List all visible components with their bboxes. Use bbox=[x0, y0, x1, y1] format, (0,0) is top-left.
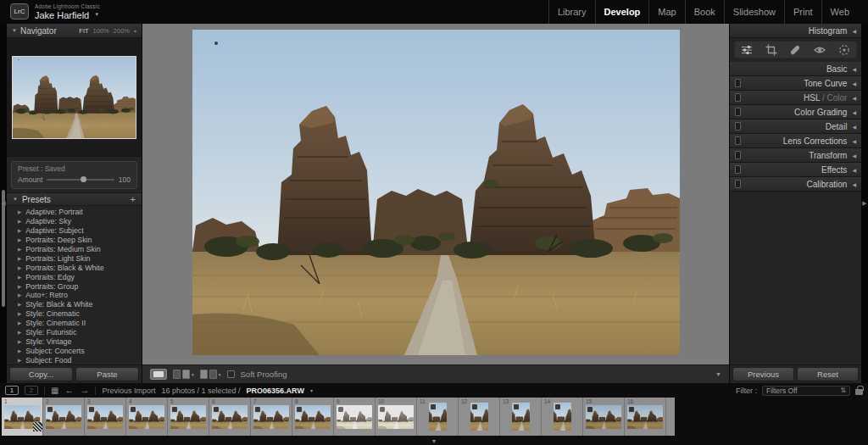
previous-photo-icon[interactable]: ← bbox=[64, 386, 74, 395]
presets-collapse-icon[interactable]: ▼ bbox=[13, 197, 18, 202]
panel-header[interactable]: Detail ◀ bbox=[730, 120, 861, 134]
panel-header[interactable]: Lens Corrections ◀ bbox=[730, 134, 861, 148]
filter-dropdown[interactable]: Filters Off ⇅ bbox=[762, 386, 850, 396]
amount-slider-knob[interactable] bbox=[81, 176, 86, 182]
preset-group-row[interactable]: ▶ Subject: Food bbox=[18, 355, 142, 364]
filmstrip-thumbnail[interactable]: 5 bbox=[168, 398, 209, 436]
filmstrip-thumbnail[interactable]: 8 bbox=[292, 398, 334, 436]
primary-monitor-button[interactable]: 1 bbox=[5, 386, 19, 395]
filmstrip-thumbnail[interactable]: 11 bbox=[417, 398, 459, 436]
caret-down-icon[interactable]: ▾ bbox=[219, 372, 221, 377]
preset-group-row[interactable]: ▶ Portraits: Deep Skin bbox=[18, 236, 142, 245]
module-tab[interactable]: Book bbox=[685, 0, 724, 24]
panel-header[interactable]: Basic ◀ bbox=[730, 62, 861, 76]
expand-arrow-icon[interactable]: ▶ bbox=[18, 348, 21, 353]
zoom-fit-button[interactable]: FIT bbox=[79, 27, 88, 35]
expand-arrow-icon[interactable]: ▶ bbox=[18, 320, 21, 325]
filename-caret-icon[interactable]: ▾ bbox=[310, 387, 313, 393]
zoom-200-button[interactable]: 200% bbox=[114, 27, 130, 35]
navigator-collapse-icon[interactable]: ▼ bbox=[12, 28, 17, 33]
expand-arrow-icon[interactable]: ▶ bbox=[18, 265, 21, 270]
expand-arrow-icon[interactable]: ▶ bbox=[18, 237, 21, 242]
filmstrip-thumbnail[interactable]: 7 bbox=[251, 398, 292, 436]
module-tab[interactable]: Slideshow bbox=[724, 0, 784, 24]
account-caret-icon[interactable]: ▼ bbox=[94, 12, 99, 18]
filmstrip-thumbnail[interactable]: 1 bbox=[2, 398, 43, 436]
collapse-filmstrip-icon[interactable]: ▼ bbox=[431, 438, 437, 445]
main-photo[interactable] bbox=[192, 30, 680, 355]
filmstrip-thumbnail[interactable]: 9 bbox=[334, 398, 376, 436]
preset-group-row[interactable]: ▶ Adaptive: Sky bbox=[18, 217, 142, 226]
preset-group-row[interactable]: ▶ Subject: Concerts bbox=[18, 346, 142, 355]
panel-toggle-switch[interactable] bbox=[735, 151, 741, 159]
module-tab[interactable]: Library bbox=[548, 0, 595, 24]
expand-arrow-icon[interactable]: ▶ bbox=[18, 209, 21, 214]
collapse-triangle-icon[interactable]: ◀ bbox=[852, 124, 856, 130]
before-after-split-button[interactable]: ▾ bbox=[200, 370, 221, 379]
preset-group-row[interactable]: ▶ Portraits: Light Skin bbox=[18, 253, 142, 263]
preset-group-row[interactable]: ▶ Adaptive: Portrait bbox=[18, 208, 142, 217]
panel-header[interactable]: Tone Curve ◀ bbox=[730, 76, 861, 91]
filmstrip-thumbnail[interactable]: 2 bbox=[43, 398, 85, 436]
panel-toggle-switch[interactable] bbox=[735, 180, 741, 188]
filmstrip-filename[interactable]: PRO06356.ARW bbox=[247, 387, 304, 395]
caret-down-icon[interactable]: ▾ bbox=[192, 372, 194, 377]
collapse-triangle-icon[interactable]: ◀ bbox=[852, 167, 856, 173]
panel-header[interactable]: Color Grading ◀ bbox=[730, 105, 861, 120]
zoom-caret-icon[interactable]: ▾ bbox=[134, 28, 136, 34]
panel-toggle-switch[interactable] bbox=[735, 93, 741, 102]
collapse-triangle-icon[interactable]: ◀ bbox=[852, 66, 856, 72]
expand-arrow-icon[interactable]: ▶ bbox=[18, 311, 21, 316]
preset-group-row[interactable]: ▶ Style: Cinematic bbox=[18, 309, 142, 319]
preset-group-row[interactable]: ▶ Portraits: Black & White bbox=[18, 263, 142, 272]
preset-group-row[interactable]: ▶ Portraits: Edgy bbox=[18, 272, 142, 281]
right-panel-edge[interactable]: ▶ bbox=[861, 24, 868, 383]
expand-arrow-icon[interactable]: ▶ bbox=[18, 247, 21, 252]
soft-proofing-checkbox[interactable] bbox=[227, 370, 235, 378]
healing-icon[interactable] bbox=[789, 44, 801, 56]
module-tab[interactable]: Map bbox=[648, 0, 684, 24]
crop-icon[interactable] bbox=[765, 44, 777, 56]
secondary-monitor-button[interactable]: 2 bbox=[25, 386, 38, 395]
navigator-preview[interactable] bbox=[7, 38, 142, 157]
collapse-right-panel-icon[interactable]: ▶ bbox=[861, 200, 868, 207]
collapse-triangle-icon[interactable]: ◀ bbox=[852, 109, 856, 115]
module-tab[interactable]: Web bbox=[821, 0, 858, 24]
filmstrip-thumbnail[interactable]: 3 bbox=[85, 398, 126, 436]
filmstrip-thumbnail[interactable]: 13 bbox=[500, 398, 542, 436]
left-panel-scrollbar[interactable] bbox=[2, 190, 5, 307]
amount-slider[interactable] bbox=[47, 179, 114, 181]
navigator-thumbnail[interactable] bbox=[12, 56, 136, 139]
left-panel-edge[interactable]: ◀ bbox=[0, 24, 7, 383]
panel-header[interactable]: Calibration ◀ bbox=[730, 177, 861, 192]
add-preset-button[interactable]: + bbox=[131, 194, 136, 204]
preset-group-row[interactable]: ▶ Adaptive: Subject bbox=[18, 226, 142, 236]
collapse-triangle-icon[interactable]: ◀ bbox=[852, 153, 856, 159]
filmstrip-thumbnail[interactable]: 4 bbox=[126, 398, 168, 436]
panel-header[interactable]: Effects ◀ bbox=[730, 163, 861, 177]
grid-view-icon[interactable]: ▦ bbox=[51, 387, 58, 395]
filmstrip-thumbnail[interactable]: 16 bbox=[625, 398, 666, 436]
collapse-triangle-icon[interactable]: ◀ bbox=[852, 28, 856, 34]
filmstrip-thumbnail[interactable]: 6 bbox=[209, 398, 251, 436]
expand-arrow-icon[interactable]: ▶ bbox=[18, 358, 21, 363]
reset-button[interactable]: Reset bbox=[797, 367, 859, 381]
adjust-sliders-icon[interactable] bbox=[741, 44, 753, 56]
expand-arrow-icon[interactable]: ▶ bbox=[18, 275, 21, 280]
next-photo-icon[interactable]: → bbox=[80, 386, 89, 395]
copy-button[interactable]: Copy... bbox=[9, 367, 73, 381]
preset-group-row[interactable]: ▶ Portraits: Group bbox=[18, 281, 142, 291]
presets-header[interactable]: ▼ Presets + bbox=[7, 192, 142, 206]
panel-header[interactable]: HSL / Color ◀ bbox=[730, 91, 861, 105]
red-eye-icon[interactable] bbox=[814, 44, 826, 56]
expand-arrow-icon[interactable]: ▶ bbox=[18, 339, 21, 344]
panel-toggle-switch[interactable] bbox=[735, 122, 741, 131]
previous-button[interactable]: Previous bbox=[732, 367, 794, 381]
expand-arrow-icon[interactable]: ▶ bbox=[18, 219, 21, 224]
filmstrip-thumbnail[interactable]: 14 bbox=[542, 398, 583, 436]
before-after-lr-button[interactable]: ▾ bbox=[173, 370, 194, 379]
zoom-100-button[interactable]: 100% bbox=[93, 27, 109, 35]
module-tab[interactable]: Print bbox=[784, 0, 821, 24]
collapse-triangle-icon[interactable]: ◀ bbox=[852, 181, 856, 187]
filmstrip-source[interactable]: Previous Import bbox=[102, 387, 155, 395]
